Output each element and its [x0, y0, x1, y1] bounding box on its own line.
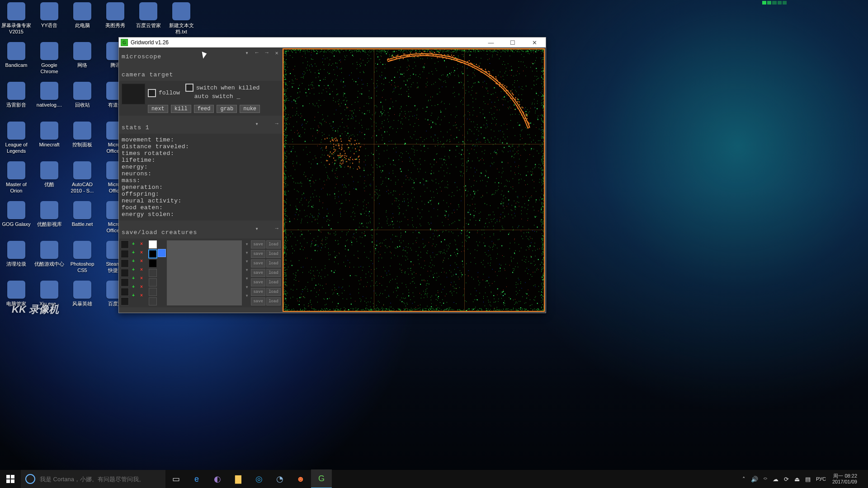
slot-box[interactable]: [149, 259, 157, 267]
slot-save-button[interactable]: save: [251, 250, 265, 258]
explorer-button[interactable]: ▇: [228, 470, 249, 488]
gridworld-taskbar-button[interactable]: G: [311, 469, 332, 488]
taskbar-clock[interactable]: 周一 08:22 2017/01/09: [829, 473, 861, 485]
slot-save-button[interactable]: save: [251, 297, 265, 305]
titlebar[interactable]: G Gridworld v1.26 — ☐ ✕: [119, 38, 546, 47]
slot-dot[interactable]: [121, 288, 129, 296]
desktop-icon[interactable]: 优酷影视库: [33, 201, 66, 227]
desktop-icon[interactable]: YY语音: [33, 2, 66, 28]
next-button[interactable]: next: [148, 105, 168, 113]
cloud-icon[interactable]: ☁: [773, 476, 778, 483]
ime-indicator[interactable]: РУС: [816, 476, 826, 482]
feed-button[interactable]: feed: [194, 105, 214, 113]
slot-dropdown-icon[interactable]: ▾: [244, 258, 250, 265]
slot-load-button[interactable]: load: [266, 297, 281, 305]
slot-remove-icon[interactable]: ×: [138, 292, 145, 299]
slot-dot[interactable]: [121, 240, 129, 249]
slot-box[interactable]: [149, 250, 157, 258]
simulation-viewport[interactable]: [283, 48, 545, 312]
slot-remove-icon[interactable]: ×: [138, 266, 145, 273]
slot-dropdown-icon[interactable]: ▾: [244, 275, 250, 282]
slot-dropdown-icon[interactable]: ▾: [244, 266, 250, 273]
slot-remove-icon[interactable]: ×: [138, 258, 145, 265]
desktop-icon[interactable]: 百度云管家: [132, 2, 165, 28]
grab-button[interactable]: grab: [217, 105, 237, 113]
desktop-icon[interactable]: 控制面板: [66, 122, 99, 148]
slot-dot[interactable]: [121, 259, 129, 267]
next-icon[interactable]: →: [273, 225, 281, 232]
slot-dropdown-icon[interactable]: ▾: [244, 249, 250, 256]
desktop-icon[interactable]: 优酷: [33, 161, 66, 188]
taskview-button[interactable]: ▭: [165, 470, 186, 488]
slot-box[interactable]: [149, 297, 157, 305]
slot-dot[interactable]: [121, 269, 129, 277]
slot-save-button[interactable]: save: [251, 278, 265, 286]
kill-button[interactable]: kill: [171, 105, 191, 113]
collapse-icon[interactable]: ▾: [243, 49, 251, 56]
slot-save-button[interactable]: save: [251, 269, 265, 277]
desktop-icon[interactable]: League ofLegends: [0, 122, 33, 154]
browser-button[interactable]: ◐: [207, 470, 228, 488]
slot-load-button[interactable]: load: [266, 259, 281, 267]
slot-load-button[interactable]: load: [266, 278, 281, 286]
slot-dropdown-icon[interactable]: ▾: [244, 283, 250, 291]
slot-add-icon[interactable]: +: [130, 240, 137, 248]
slot-load-button[interactable]: load: [266, 250, 281, 258]
desktop-icon[interactable]: Minecraft: [33, 122, 66, 148]
tray-chevron-icon[interactable]: ˄: [742, 476, 745, 483]
slot-load-button[interactable]: load: [266, 269, 281, 277]
slot-save-button[interactable]: save: [251, 240, 265, 249]
collapse-icon[interactable]: ▾: [253, 225, 261, 232]
follow-checkbox[interactable]: [148, 89, 156, 97]
steam-button[interactable]: ◔: [269, 470, 290, 488]
microscope-header[interactable]: microscope ▾ ← → ✕: [119, 47, 283, 63]
slot-add-icon[interactable]: +: [130, 283, 137, 291]
usb-icon[interactable]: ⏏: [794, 476, 800, 483]
slot-box[interactable]: [149, 240, 157, 249]
slot-box[interactable]: [149, 278, 157, 286]
volume-icon[interactable]: 🔊: [751, 476, 758, 483]
slot-dot[interactable]: [121, 297, 129, 305]
slot-remove-icon[interactable]: ×: [138, 275, 145, 282]
app2-button[interactable]: ☻: [290, 470, 311, 488]
slot-remove-icon[interactable]: ×: [138, 249, 145, 256]
nuke-button[interactable]: nuke: [240, 105, 260, 113]
desktop-icon[interactable]: 风暴英雄: [66, 281, 99, 307]
minimize-button[interactable]: —: [481, 38, 500, 47]
desktop-icon[interactable]: 美图秀秀: [99, 2, 132, 28]
stats-header[interactable]: stats 1 ▾ →: [119, 118, 283, 134]
desktop-icon[interactable]: 网络: [66, 42, 99, 68]
switch-killed-checkbox[interactable]: [185, 84, 193, 92]
maximize-button[interactable]: ☐: [503, 38, 522, 47]
start-button[interactable]: [0, 470, 21, 488]
slot-add-icon[interactable]: +: [130, 266, 137, 273]
desktop-icon[interactable]: 清理垃圾: [0, 241, 33, 267]
desktop-icon[interactable]: 此电脑: [66, 2, 99, 28]
slot-save-button[interactable]: save: [251, 288, 265, 296]
prev-icon[interactable]: ←: [253, 49, 261, 56]
slot-dot[interactable]: [121, 250, 129, 258]
slot-dropdown-icon[interactable]: ▾: [244, 240, 250, 248]
wifi-icon[interactable]: ⌔: [764, 476, 767, 483]
desktop-icon[interactable]: 回收站: [66, 82, 99, 108]
next-icon[interactable]: →: [273, 120, 281, 127]
desktop-icon[interactable]: AutoCAD2010 - S...: [66, 161, 99, 194]
edge-button[interactable]: e: [186, 470, 207, 488]
desktop-icon[interactable]: 优酷游戏中心: [33, 241, 66, 267]
desktop-icon[interactable]: GoogleChrome: [33, 42, 66, 75]
slot-load-button[interactable]: load: [266, 240, 281, 249]
slot-add-icon[interactable]: +: [130, 292, 137, 299]
desktop-icon[interactable]: Battle.net: [66, 201, 99, 227]
sync-icon[interactable]: ⟳: [784, 476, 789, 483]
slot-list[interactable]: [167, 240, 242, 305]
next-icon[interactable]: →: [263, 49, 271, 56]
slot-dropdown-icon[interactable]: ▾: [244, 292, 250, 299]
slot-box[interactable]: [149, 269, 157, 277]
saveload-header[interactable]: save/load creatures ▾ →: [119, 223, 283, 239]
slot-load-button[interactable]: load: [266, 288, 281, 296]
slot-remove-icon[interactable]: ×: [138, 283, 145, 291]
close-button[interactable]: ✕: [525, 38, 544, 47]
desktop-icon[interactable]: PhotoshopCS5: [66, 241, 99, 273]
cortana-search[interactable]: [21, 470, 165, 488]
messages-icon[interactable]: ▤: [805, 476, 811, 483]
